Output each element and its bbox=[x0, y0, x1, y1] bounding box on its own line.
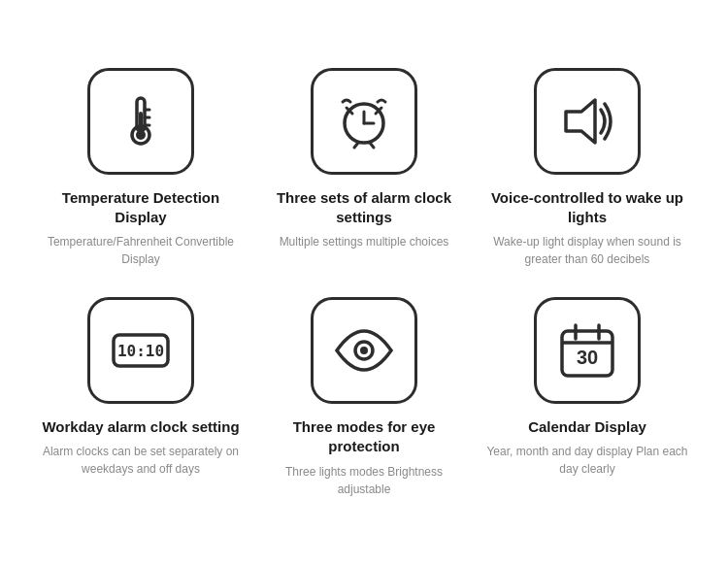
svg-point-18 bbox=[360, 347, 368, 354]
svg-text:10:10: 10:10 bbox=[117, 342, 164, 360]
feature-item-workday: 10:10 Workday alarm clock setting Alarm … bbox=[39, 297, 243, 498]
calendar-icon-box: 30 bbox=[534, 297, 641, 404]
feature-desc-calendar: Year, month and day display Plan each da… bbox=[485, 443, 689, 478]
svg-line-12 bbox=[354, 143, 358, 148]
feature-title-temperature: Temperature Detection Display bbox=[39, 188, 243, 228]
feature-title-eye: Three modes for eye protection bbox=[262, 417, 466, 457]
feature-desc-alarm: Multiple settings multiple choices bbox=[280, 233, 449, 250]
feature-title-calendar: Calendar Display bbox=[528, 417, 646, 437]
svg-text:30: 30 bbox=[577, 347, 598, 368]
svg-line-13 bbox=[370, 143, 374, 148]
feature-item-temperature: Temperature Detection Display Temperatur… bbox=[39, 68, 243, 269]
clock-digital-icon-box: 10:10 bbox=[87, 297, 194, 404]
alarm-icon-box bbox=[311, 68, 417, 175]
svg-rect-2 bbox=[139, 112, 143, 131]
features-grid: Temperature Detection Display Temperatur… bbox=[0, 39, 728, 527]
feature-title-alarm: Three sets of alarm clock settings bbox=[262, 188, 466, 228]
feature-title-voice: Voice-controlled to wake up lights bbox=[485, 188, 689, 228]
feature-desc-workday: Alarm clocks can be set separately on we… bbox=[39, 443, 243, 478]
feature-item-calendar: 30 Calendar Display Year, month and day … bbox=[485, 297, 689, 498]
eye-icon-box bbox=[311, 297, 417, 404]
feature-item-eye: Three modes for eye protection Three lig… bbox=[262, 297, 466, 498]
svg-point-3 bbox=[136, 130, 146, 140]
feature-title-workday: Workday alarm clock setting bbox=[42, 417, 239, 437]
feature-item-alarm: Three sets of alarm clock settings Multi… bbox=[262, 68, 466, 269]
feature-desc-voice: Wake-up light display when sound is grea… bbox=[485, 233, 689, 268]
svg-marker-14 bbox=[566, 100, 595, 143]
thermometer-icon-box bbox=[87, 68, 194, 175]
speaker-icon-box bbox=[534, 68, 641, 175]
feature-item-voice: Voice-controlled to wake up lights Wake-… bbox=[485, 68, 689, 269]
feature-desc-eye: Three lights modes Brightness adjustable bbox=[262, 463, 466, 498]
feature-desc-temperature: Temperature/Fahrenheit Convertible Displ… bbox=[39, 233, 243, 268]
